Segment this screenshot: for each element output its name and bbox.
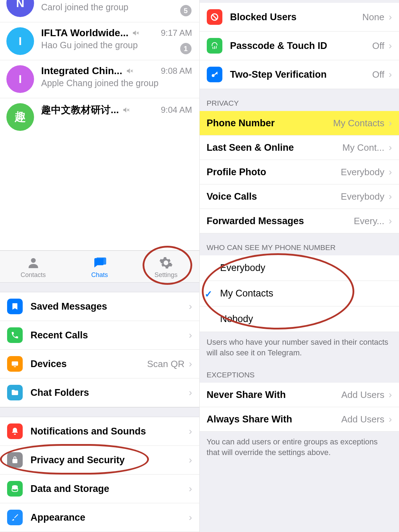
chat-time: 9:08 AM [161, 66, 192, 76]
row-label: Chat Folders [31, 387, 89, 398]
row-label: Privacy and Security [31, 455, 125, 466]
row-label: Devices [31, 359, 67, 370]
row-label: Passcode & Touch ID [230, 40, 327, 51]
bookmark-icon [7, 299, 23, 314]
chat-time: 9:17 AM [161, 28, 192, 38]
settings-row-privacy-security[interactable]: Privacy and Security › [0, 446, 199, 475]
chat-item[interactable]: 趣 趣中文教材研讨... 9:04 AM [0, 98, 199, 136]
mute-icon [132, 29, 140, 37]
row-phone-number[interactable]: Phone Number My Contacts › [200, 111, 399, 135]
gear-icon [159, 256, 173, 270]
mute-icon [126, 67, 134, 75]
person-icon [26, 256, 40, 270]
chevron-right-icon: › [189, 426, 192, 437]
chevron-right-icon: › [389, 389, 392, 400]
row-value: Off [372, 69, 384, 80]
svg-rect-1 [12, 361, 18, 366]
row-never-share[interactable]: Never Share With Add Users › [200, 383, 399, 407]
row-always-share[interactable]: Always Share With Add Users › [200, 407, 399, 432]
chevron-right-icon: › [389, 142, 392, 153]
row-label: Recent Calls [31, 330, 88, 341]
chat-name: Integrated Chin... [41, 65, 122, 77]
section-header-privacy: Privacy [200, 89, 399, 111]
chevron-right-icon: › [189, 387, 192, 398]
tab-chats[interactable]: Chats [66, 251, 133, 282]
settings-row-chat-folders[interactable]: Chat Folders › [0, 378, 199, 407]
row-label: Two-Step Verification [230, 69, 327, 80]
tab-bar: Contacts Chats Settings [0, 250, 199, 282]
tab-settings[interactable]: Settings [133, 251, 199, 282]
row-value: Scan QR [147, 359, 185, 370]
row-value: Everybody [341, 191, 384, 202]
row-value: My Contacts [333, 118, 384, 129]
settings-row-saved-messages[interactable]: Saved Messages › [0, 292, 199, 321]
settings-row-notifications[interactable]: Notifications and Sounds › [0, 417, 199, 446]
bell-icon [7, 423, 23, 439]
row-value: My Cont... [342, 142, 384, 153]
right-panel: Blocked Users None › Passcode & Touch ID… [200, 0, 399, 532]
section-header-who-can-see: Who can see my phone number [200, 233, 399, 255]
settings-row-data-storage[interactable]: Data and Storage › [0, 475, 199, 503]
footer-text: You can add users or entire groups as ex… [200, 432, 399, 532]
row-label: Always Share With [207, 414, 292, 425]
row-voice-calls[interactable]: Voice Calls Everybody › [200, 184, 399, 209]
lock-icon [7, 452, 23, 468]
row-passcode[interactable]: Passcode & Touch ID Off › [200, 32, 399, 60]
chevron-right-icon: › [389, 215, 392, 227]
avatar: 趣 [6, 103, 34, 131]
row-label: Profile Photo [207, 167, 266, 178]
chevron-right-icon: › [389, 117, 392, 129]
settings-row-recent-calls[interactable]: Recent Calls › [0, 321, 199, 350]
chevron-right-icon: › [189, 301, 192, 312]
chevron-right-icon: › [389, 166, 392, 178]
choice-label: Everybody [220, 262, 266, 273]
avatar: N [6, 0, 34, 17]
chat-subtitle: Apple Chang joined the group [41, 78, 192, 88]
footer-text: Users who have your number saved in thei… [200, 332, 399, 366]
mute-icon [122, 106, 130, 114]
choice-everybody[interactable]: Everybody [200, 255, 399, 281]
left-panel: N NCLC/CLTA SIG... 9:33 AM Carol joined … [0, 0, 200, 532]
row-last-seen[interactable]: Last Seen & Online My Cont... › [200, 135, 399, 160]
svg-rect-2 [14, 366, 16, 367]
row-forwarded-messages[interactable]: Forwarded Messages Every... › [200, 209, 399, 233]
chat-name: IFLTA Worldwide... [41, 27, 128, 39]
chat-item[interactable]: N NCLC/CLTA SIG... 9:33 AM Carol joined … [0, 0, 199, 22]
folder-icon [7, 385, 23, 400]
chat-icon [93, 256, 107, 270]
chevron-right-icon: › [389, 414, 392, 425]
chevron-right-icon: › [389, 69, 392, 80]
key-icon [207, 67, 222, 82]
chat-item[interactable]: I IFLTA Worldwide... 9:17 AM Hao Gu join… [0, 22, 199, 60]
row-label: Notifications and Sounds [31, 426, 146, 437]
row-two-step[interactable]: Two-Step Verification Off › [200, 60, 399, 89]
choice-my-contacts[interactable]: ✓ My Contacts [200, 281, 399, 306]
brush-icon [7, 510, 23, 525]
tab-label: Contacts [21, 271, 46, 279]
row-label: Last Seen & Online [207, 142, 294, 153]
chevron-right-icon: › [389, 11, 392, 23]
settings-row-appearance[interactable]: Appearance › [0, 503, 199, 532]
row-label: Voice Calls [207, 191, 257, 202]
row-label: Never Share With [207, 389, 286, 400]
choice-nobody[interactable]: Nobody [200, 306, 399, 332]
unread-badge: 5 [180, 5, 192, 16]
database-icon [7, 481, 23, 497]
row-value: None [362, 12, 384, 23]
row-profile-photo[interactable]: Profile Photo Everybody › [200, 160, 399, 184]
row-label: Appearance [31, 512, 85, 523]
row-label: Data and Storage [31, 483, 109, 494]
chevron-right-icon: › [189, 483, 192, 494]
chevron-right-icon: › [389, 191, 392, 202]
row-blocked-users[interactable]: Blocked Users None › [200, 3, 399, 32]
row-label: Phone Number [207, 118, 275, 129]
row-label: Blocked Users [230, 12, 297, 23]
tab-contacts[interactable]: Contacts [0, 251, 66, 282]
row-value: Add Users [341, 414, 384, 425]
row-label: Forwarded Messages [207, 216, 304, 227]
settings-row-devices[interactable]: Devices Scan QR › [0, 350, 199, 378]
phone-icon [7, 327, 23, 343]
chat-item[interactable]: I Integrated Chin... 9:08 AM Apple Chang… [0, 60, 199, 98]
chat-subtitle: Hao Gu joined the group [41, 40, 192, 50]
chat-subtitle: Carol joined the group [41, 2, 192, 12]
